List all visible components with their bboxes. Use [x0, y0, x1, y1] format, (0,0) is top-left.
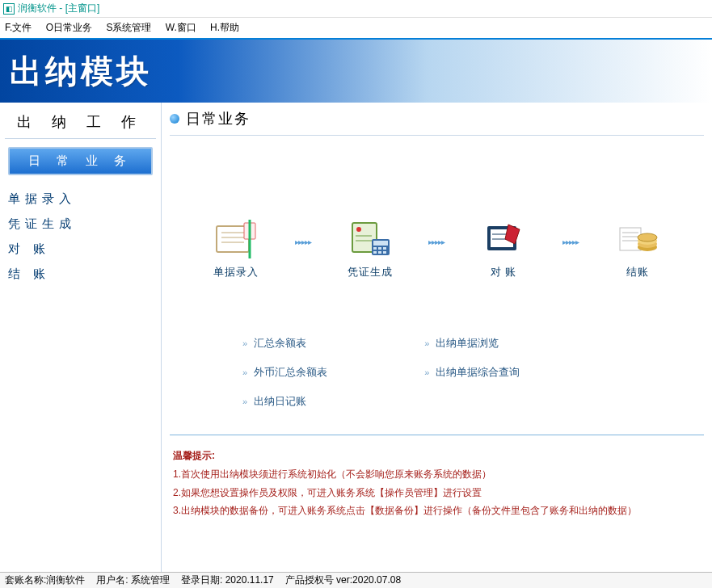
main-header: 日常业务 — [170, 109, 704, 136]
chevron-right-icon: » — [242, 368, 247, 377]
tips-line-2: 2.如果您想设置操作员及权限，可进入账务系统【操作员管理】进行设置 — [173, 484, 697, 502]
flow-arrow-icon: ▸▸▸▸▸ — [562, 237, 579, 259]
status-account: 套账名称:润衡软件 — [5, 573, 85, 587]
tips-line-1: 1.首次使用出纳模块须进行系统初始化（不会影响您原来账务系统的数据） — [173, 465, 697, 484]
svg-rect-11 — [373, 241, 388, 246]
link-label: 汇总余额表 — [254, 336, 306, 351]
svg-rect-17 — [383, 251, 386, 254]
link-bill-query[interactable]: » 出纳单据综合查询 — [424, 365, 520, 380]
link-cash-journal[interactable]: » 出纳日记账 — [242, 394, 327, 409]
sidebar-item-closing[interactable]: 结 账 — [5, 262, 156, 287]
sidebar: 出 纳 工 作 日 常 业 务 单据录入 凭证生成 对 账 结 账 — [0, 103, 162, 578]
link-label: 出纳单据综合查询 — [436, 365, 520, 380]
menu-daily[interactable]: O日常业务 — [46, 22, 92, 33]
link-bill-browse[interactable]: » 出纳单据浏览 — [424, 336, 520, 351]
svg-point-30 — [638, 233, 657, 242]
link-label: 外币汇总余额表 — [254, 365, 327, 380]
svg-rect-16 — [378, 251, 381, 254]
window-title: 润衡软件 - [主窗口] — [18, 2, 99, 15]
chevron-right-icon: » — [242, 397, 247, 406]
flow-closing[interactable]: 结账 — [612, 216, 664, 279]
chevron-right-icon: » — [424, 338, 429, 348]
flow-voucher-gen[interactable]: 凭证生成 — [344, 216, 396, 279]
svg-rect-15 — [373, 251, 377, 254]
banner-title: 出纳模块 — [10, 49, 152, 94]
link-summary-balance[interactable]: » 汇总余额表 — [242, 336, 327, 351]
tips-block: 温馨提示: 1.首次使用出纳模块须进行系统初始化（不会影响您原来账务系统的数据）… — [170, 435, 704, 520]
flow-bill-entry-label: 单据录入 — [210, 265, 262, 279]
bill-entry-icon — [210, 216, 262, 262]
reconcile-icon — [478, 216, 529, 262]
flow-voucher-gen-label: 凭证生成 — [344, 265, 396, 279]
closing-icon — [612, 216, 664, 262]
voucher-gen-icon — [344, 216, 396, 262]
flow-bill-entry[interactable]: 单据录入 — [210, 216, 262, 279]
sidebar-item-reconcile[interactable]: 对 账 — [5, 237, 156, 262]
chevron-right-icon: » — [242, 338, 247, 348]
tips-title: 温馨提示: — [173, 447, 697, 465]
sidebar-item-voucher-gen[interactable]: 凭证生成 — [5, 212, 156, 237]
link-foreign-summary[interactable]: » 外币汇总余额表 — [242, 365, 327, 380]
titlebar: ◧ 润衡软件 - [主窗口] — [0, 0, 712, 18]
sidebar-item-bill-entry[interactable]: 单据录入 — [5, 187, 156, 212]
menubar: F.文件 O日常业务 S系统管理 W.窗口 H.帮助 — [0, 18, 712, 40]
sidebar-header: 出 纳 工 作 — [5, 109, 156, 139]
bullet-icon — [170, 114, 179, 124]
svg-point-7 — [356, 227, 361, 232]
main-panel: 日常业务 单据录入 ▸▸▸▸▸ — [162, 103, 712, 578]
svg-rect-14 — [383, 247, 386, 250]
sidebar-selected-daily[interactable]: 日 常 业 务 — [8, 147, 153, 175]
flow-reconcile[interactable]: 对 账 — [478, 216, 529, 279]
menu-file[interactable]: F.文件 — [5, 22, 32, 33]
status-license: 产品授权号 ver:2020.07.08 — [285, 573, 401, 587]
menu-window[interactable]: W.窗口 — [166, 22, 196, 33]
flow-arrow-icon: ▸▸▸▸▸ — [428, 237, 444, 259]
quick-links: » 汇总余额表 » 外币汇总余额表 » 出纳日记账 » 出纳单据浏览 — [170, 312, 704, 425]
link-label: 出纳日记账 — [254, 394, 306, 409]
menu-help[interactable]: H.帮助 — [210, 22, 239, 33]
link-label: 出纳单据浏览 — [436, 336, 499, 351]
tips-line-3: 3.出纳模块的数据备份，可进入账务系统点击【数据备份】进行操作（备份文件里包含了… — [173, 502, 697, 520]
flow-closing-label: 结账 — [612, 265, 664, 279]
chevron-right-icon: » — [424, 368, 429, 377]
flow-reconcile-label: 对 账 — [478, 265, 529, 279]
module-banner: 出纳模块 — [0, 40, 712, 103]
app-icon: ◧ — [3, 3, 15, 15]
menu-system[interactable]: S系统管理 — [106, 22, 151, 33]
workflow-row: 单据录入 ▸▸▸▸▸ 凭证生成 — [170, 216, 704, 279]
statusbar: 套账名称:润衡软件 用户名: 系统管理 登录日期: 2020.11.17 产品授… — [0, 572, 712, 588]
svg-rect-12 — [373, 247, 377, 250]
main-title: 日常业务 — [186, 109, 251, 128]
svg-rect-13 — [378, 247, 381, 250]
status-login-date: 登录日期: 2020.11.17 — [181, 573, 274, 587]
status-user: 用户名: 系统管理 — [96, 573, 170, 587]
flow-arrow-icon: ▸▸▸▸▸ — [295, 237, 311, 259]
